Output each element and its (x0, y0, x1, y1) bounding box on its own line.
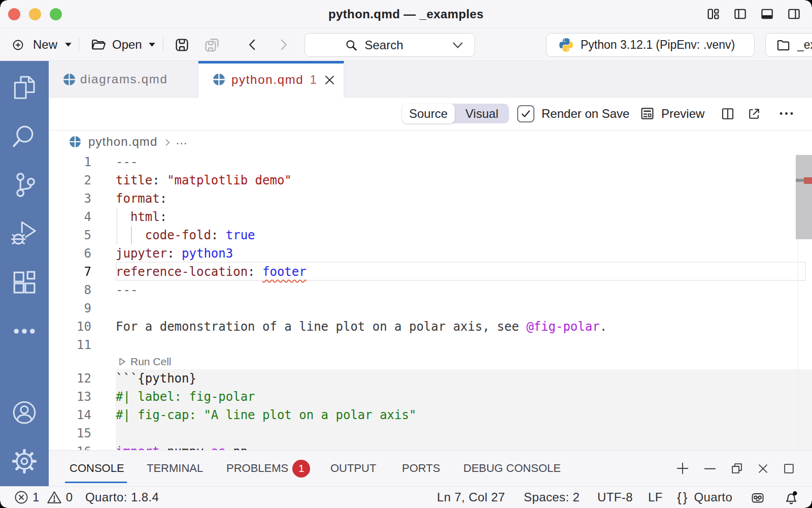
indentation-status[interactable]: Spaces: 2 (524, 487, 580, 508)
more-editor-actions-icon[interactable] (778, 98, 795, 130)
encoding-status[interactable]: UTF-8 (597, 487, 633, 508)
minimize-window-button[interactable] (29, 8, 41, 20)
preview-label: Preview (661, 98, 704, 130)
code-editor[interactable]: 1---2title: "matplotlib demo"3format:4 h… (49, 153, 812, 450)
restore-panel-icon[interactable] (730, 461, 744, 475)
visual-mode-button[interactable]: Visual (455, 104, 509, 123)
close-panel-icon[interactable] (756, 462, 770, 475)
new-button-label: New (33, 38, 57, 52)
open-in-new-window-icon[interactable] (747, 98, 761, 130)
panel-tab-console[interactable]: CONSOLE (70, 451, 124, 486)
breadcrumb-chevron-icon (164, 139, 172, 146)
render-on-save-checkbox[interactable] (517, 105, 534, 122)
panel-tab-terminal[interactable]: TERMINAL (147, 451, 203, 486)
line-number: 4 (49, 208, 91, 226)
code-line-3[interactable]: 3format: (49, 189, 812, 208)
interpreter-selector[interactable]: Python 3.12.1 (PipEnv: .venv) (546, 33, 755, 57)
code-line-6[interactable]: 6jupyter: python3 (49, 244, 812, 263)
quarto-version-status[interactable]: Quarto: 1.8.4 (85, 487, 159, 508)
code-line-5[interactable]: 5 code-fold: true (49, 226, 812, 244)
search-sidebar-icon[interactable] (11, 123, 38, 149)
search-placeholder: Search (364, 38, 403, 52)
run-cell-button[interactable]: Run Cell (117, 354, 172, 369)
code-line-14[interactable]: 14#| fig-cap: "A line plot on a polar ax… (49, 406, 812, 424)
line-number: 1 (49, 153, 91, 171)
customize-layout-icon[interactable] (706, 7, 720, 21)
search-input[interactable]: Search (304, 33, 475, 57)
error-icon (14, 490, 28, 504)
save-all-button[interactable] (203, 29, 221, 60)
run-and-debug-icon[interactable] (11, 220, 38, 246)
code-line-9[interactable]: 9 (49, 299, 812, 318)
toggle-primary-sidebar-icon[interactable] (733, 7, 747, 21)
code-line-13[interactable]: 13#| label: fig-polar (49, 388, 812, 406)
language-mode-status[interactable]: {} Quarto (677, 487, 732, 508)
account-icon[interactable] (11, 399, 38, 426)
problems-status[interactable]: 1 0 (14, 487, 73, 508)
quarto-file-icon (69, 136, 81, 148)
code-line-2[interactable]: 2title: "matplotlib demo" (49, 171, 812, 189)
code-line-12[interactable]: 12```{python} (49, 369, 812, 388)
save-button[interactable] (175, 29, 189, 60)
line-number: 16 (49, 442, 91, 450)
go-forward-button[interactable] (277, 29, 291, 60)
screen-corner (0, 501, 7, 508)
line-number: 13 (49, 388, 91, 406)
workspace-selector[interactable]: _ex (765, 33, 812, 57)
cursor-position-status[interactable]: Ln 7, Col 27 (437, 487, 505, 508)
panel-layout-icon[interactable] (782, 462, 796, 475)
screen-corner (805, 0, 812, 7)
preview-button[interactable] (640, 98, 655, 130)
split-editor-icon[interactable] (721, 98, 735, 130)
line-number: 7 (49, 263, 91, 281)
code-line-7[interactable]: 7reference-location: footer (49, 263, 812, 281)
forward-chevron-icon (277, 38, 291, 52)
editor-actions-row: Source Visual Render on Save Preview (49, 98, 812, 131)
source-label: Source (409, 107, 448, 121)
source-mode-button[interactable]: Source (402, 104, 455, 123)
panel-tab-output[interactable]: OUTPUT (330, 451, 376, 486)
notifications-bell-icon[interactable] (784, 487, 799, 508)
minimize-panel-icon[interactable] (702, 461, 718, 476)
scrollbar-slider[interactable] (796, 155, 812, 239)
tab-label: python.qmd (231, 73, 303, 87)
line-number: 11 (49, 336, 91, 354)
new-console-plus-icon[interactable] (675, 461, 690, 476)
go-back-button[interactable] (245, 29, 259, 60)
eol-status[interactable]: LF (648, 487, 663, 508)
toggle-secondary-sidebar-icon[interactable] (787, 7, 801, 21)
line-number: 15 (49, 424, 91, 442)
tab-diagrams-qmd[interactable]: diagrams.qmd (49, 61, 198, 98)
extensions-icon[interactable] (11, 269, 38, 296)
new-plus-icon (12, 39, 24, 51)
quarto-file-icon (63, 73, 76, 86)
open-button[interactable]: Open (90, 29, 156, 60)
code-line-15[interactable]: 15 (49, 424, 812, 442)
code-line-11[interactable]: 11 (49, 336, 812, 354)
code-line-16[interactable]: 16import numpy as np (49, 442, 812, 450)
problems-badge: 1 (292, 460, 310, 478)
breadcrumb-file[interactable]: python.qmd (88, 135, 157, 149)
panel-tab-debug-console[interactable]: DEBUG CONSOLE (463, 451, 561, 486)
settings-gear-icon[interactable] (11, 448, 38, 474)
tab-problem-count: 1 (310, 73, 317, 87)
panel-tab-problems[interactable]: PROBLEMS1 (226, 451, 310, 486)
code-line-1[interactable]: 1--- (49, 153, 812, 171)
breadcrumb-ellipsis[interactable]: … (175, 133, 188, 147)
panel-tab-ports[interactable]: PORTS (402, 451, 440, 486)
source-control-icon[interactable] (11, 172, 38, 198)
screen-corner (0, 0, 7, 7)
tab-python-qmd[interactable]: python.qmd 1 (198, 61, 344, 98)
code-line-8[interactable]: 8--- (49, 281, 812, 299)
more-actions-icon[interactable] (12, 319, 37, 344)
new-button[interactable]: New (12, 29, 72, 60)
zoom-window-button[interactable] (50, 8, 62, 20)
feedback-button[interactable] (750, 487, 765, 508)
feedback-robot-icon (750, 490, 765, 505)
code-line-4[interactable]: 4 html: (49, 208, 812, 226)
close-window-button[interactable] (8, 8, 20, 20)
toggle-panel-icon[interactable] (760, 7, 774, 21)
close-tab-icon[interactable] (323, 74, 336, 86)
code-line-10[interactable]: 10For a demonstration of a line plot on … (49, 318, 812, 336)
explorer-icon[interactable] (11, 74, 38, 101)
